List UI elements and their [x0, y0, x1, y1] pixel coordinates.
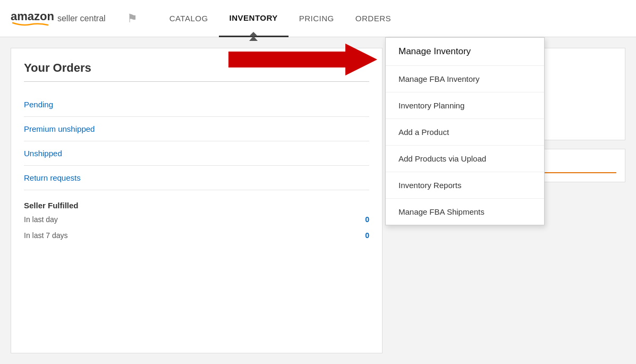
dropdown-item-manage-fba-inventory[interactable]: Manage FBA Inventory: [386, 66, 544, 92]
main-nav: CATALOG INVENTORY PRICING ORDERS: [159, 0, 402, 37]
orders-link-pending[interactable]: Pending: [24, 92, 369, 117]
nav-active-caret: [249, 36, 258, 41]
header: amazon seller central ⚑ CATALOG INVENTOR…: [0, 0, 636, 37]
seller-fulfilled-title: Seller Fulfilled: [24, 201, 369, 210]
orders-link-return-requests[interactable]: Return requests: [24, 166, 369, 190]
order-row-last-7-days: In last 7 days 0: [24, 228, 369, 244]
nav-item-catalog[interactable]: CATALOG: [159, 0, 219, 37]
left-panel: Your Orders Pending Premium unshipped Un…: [11, 48, 383, 353]
order-row-last-day: In last day 0: [24, 212, 369, 228]
logo-seller-central-text: seller central: [57, 14, 106, 23]
amazon-logo: amazon seller central: [11, 10, 106, 27]
orders-link-premium-unshipped[interactable]: Premium unshipped: [24, 117, 369, 141]
dropdown-item-add-a-product[interactable]: Add a Product: [386, 119, 544, 146]
logo-smile: [12, 21, 54, 27]
dropdown-item-inventory-planning[interactable]: Inventory Planning: [386, 92, 544, 119]
nav-item-inventory[interactable]: INVENTORY: [219, 0, 289, 37]
dropdown-item-manage-fba-shipments[interactable]: Manage FBA Shipments: [386, 199, 544, 225]
logo-area: amazon seller central: [11, 10, 106, 27]
inventory-dropdown: Manage Inventory Manage FBA Inventory In…: [385, 37, 545, 225]
dropdown-item-inventory-reports[interactable]: Inventory Reports: [386, 172, 544, 199]
flag-icon: ⚑: [127, 12, 138, 26]
nav-item-orders[interactable]: ORDERS: [345, 0, 402, 37]
dropdown-item-add-products-via-upload[interactable]: Add Products via Upload: [386, 146, 544, 172]
orders-link-unshipped[interactable]: Unshipped: [24, 141, 369, 166]
your-orders-title: Your Orders: [24, 61, 369, 82]
dropdown-item-manage-inventory[interactable]: Manage Inventory: [386, 38, 544, 66]
nav-item-pricing[interactable]: PRICING: [289, 0, 345, 37]
